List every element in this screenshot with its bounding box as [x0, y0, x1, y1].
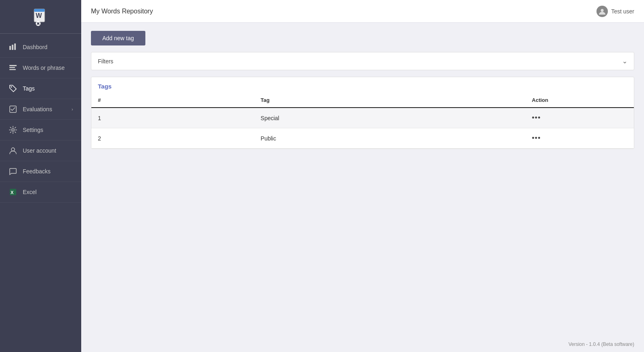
svg-rect-11 [12, 45, 13, 50]
svg-point-16 [11, 86, 12, 88]
user-icon [8, 146, 18, 155]
table-body: 1Special•••2Public••• [91, 108, 634, 149]
tag-icon [8, 84, 18, 93]
svg-rect-14 [9, 67, 15, 68]
sidebar-item-user-account[interactable]: User account [0, 140, 81, 161]
tags-section-title: Tags [91, 77, 634, 93]
svg-rect-15 [9, 69, 16, 70]
svg-rect-3 [34, 9, 45, 12]
table-header: # Tag Action [91, 93, 634, 108]
svg-rect-8 [36, 23, 37, 24]
excel-icon: X [8, 187, 18, 197]
tags-card: Tags # Tag Action 1Special•••2Public••• [91, 77, 634, 149]
main-area: My Words Repository Test user Add new ta… [81, 0, 644, 352]
tags-table: # Tag Action 1Special•••2Public••• [91, 93, 634, 149]
sidebar-item-label: User account [23, 147, 56, 154]
cell-tag: Special [254, 108, 525, 128]
sidebar-item-tags[interactable]: Tags [0, 78, 81, 99]
svg-text:W: W [36, 12, 42, 19]
svg-rect-6 [38, 21, 39, 23]
cell-action[interactable]: ••• [525, 108, 634, 128]
sidebar-item-words-or-phrase[interactable]: Words or phrase [0, 58, 81, 78]
feedback-icon [8, 166, 18, 176]
chart-icon [8, 42, 18, 52]
sidebar-item-label: Feedbacks [23, 168, 50, 175]
avatar [596, 6, 608, 17]
table-row: 1Special••• [91, 108, 634, 128]
action-menu-button[interactable]: ••• [532, 114, 541, 122]
action-menu-button[interactable]: ••• [532, 134, 541, 142]
version-text: Version - 1.0.4 (Beta software) [568, 341, 634, 347]
sidebar-navigation: Dashbord Words or phrase Tags Evaluation… [0, 34, 81, 352]
add-new-tag-button[interactable]: Add new tag [91, 31, 145, 45]
sidebar: W Dashbord Words or phrase [0, 0, 81, 352]
chevron-down-icon: ⌄ [622, 57, 627, 65]
app-logo-icon: W [31, 7, 50, 27]
svg-point-19 [11, 148, 15, 151]
cell-num: 2 [91, 128, 254, 149]
user-profile[interactable]: Test user [596, 6, 634, 17]
svg-rect-10 [9, 46, 11, 50]
cell-action[interactable]: ••• [525, 128, 634, 149]
table-row: 2Public••• [91, 128, 634, 149]
column-header-tag: Tag [254, 93, 525, 108]
settings-icon [8, 125, 18, 135]
svg-rect-7 [38, 24, 39, 26]
sidebar-item-label: Words or phrase [23, 65, 65, 71]
sidebar-item-dashboard[interactable]: Dashbord [0, 37, 81, 58]
text-icon [8, 63, 18, 73]
sidebar-logo: W [0, 0, 81, 34]
column-header-action: Action [525, 93, 634, 108]
cell-tag: Public [254, 128, 525, 149]
sidebar-item-settings[interactable]: Settings [0, 120, 81, 140]
svg-rect-13 [9, 65, 17, 66]
eval-icon [8, 104, 18, 114]
content-area: Add new tag Filters ⌄ Tags # Tag Action … [81, 23, 644, 337]
footer: Version - 1.0.4 (Beta software) [81, 337, 644, 352]
svg-rect-9 [39, 23, 41, 24]
sidebar-item-label: Evaluations [23, 106, 52, 112]
chevron-right-icon: › [71, 107, 73, 112]
sidebar-item-label: Tags [23, 85, 35, 92]
sidebar-item-label: Settings [23, 127, 43, 133]
sidebar-item-feedbacks[interactable]: Feedbacks [0, 161, 81, 182]
column-header-num: # [91, 93, 254, 108]
svg-text:X: X [11, 190, 14, 195]
sidebar-item-label: Dashbord [23, 44, 48, 50]
sidebar-item-label: Excel [23, 189, 37, 195]
svg-rect-12 [14, 43, 16, 50]
filters-label: Filters [98, 58, 113, 65]
sidebar-item-evaluations[interactable]: Evaluations › [0, 99, 81, 120]
page-title: My Words Repository [91, 8, 153, 15]
header: My Words Repository Test user [81, 0, 644, 23]
svg-point-22 [601, 9, 604, 12]
svg-point-18 [12, 129, 14, 131]
filters-bar[interactable]: Filters ⌄ [91, 52, 634, 70]
cell-num: 1 [91, 108, 254, 128]
user-name: Test user [611, 8, 634, 15]
sidebar-item-excel[interactable]: X Excel [0, 182, 81, 203]
